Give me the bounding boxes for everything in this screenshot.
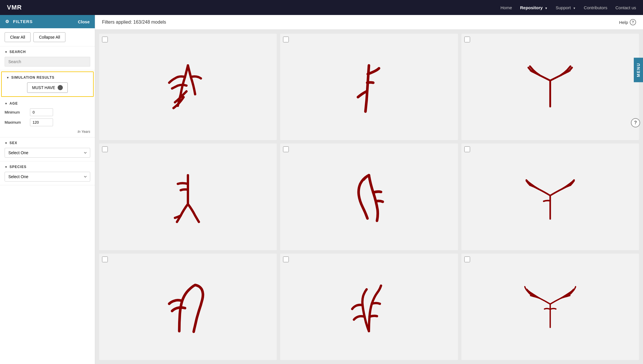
nav-support[interactable]: Support ▼ [556,5,576,10]
model-checkbox[interactable] [283,146,289,152]
sex-chevron: ▼ [5,142,8,145]
simulation-results-section: ▼ SIMULATION RESULTS MUST HAVE [1,71,94,97]
model-card [280,144,458,250]
nav-home[interactable]: Home [501,5,512,10]
search-section: ▼ SEARCH [0,46,95,70]
sidebar-header-left: ⚙ FILTERS [5,19,33,24]
age-unit: In Years [5,130,90,134]
species-select[interactable]: Select One Human Animal [5,172,90,182]
nav-contributors[interactable]: Contributors [584,5,608,10]
search-chevron: ▼ [5,50,8,54]
model-checkbox[interactable] [283,257,289,262]
search-input[interactable] [5,57,90,67]
main-container: ⚙ FILTERS Close Clear All Collapse All ▼… [0,15,643,364]
nav-links: Home Repository ▼ Support ▼ Contributors… [501,5,636,10]
support-dropdown-arrow: ▼ [573,7,576,10]
model-image [524,169,576,224]
sidebar-scroll: ▼ SEARCH ▼ SIMULATION RESULTS MUST HAVE [0,46,95,364]
help-right-button[interactable]: ? [631,118,640,127]
collapse-all-button[interactable]: Collapse All [33,32,65,42]
model-card [99,254,277,360]
navbar: VMR Home Repository ▼ Support ▼ Contribu… [0,0,643,15]
model-card [280,254,458,360]
models-grid [95,30,643,364]
simulation-results-title[interactable]: ▼ SIMULATION RESULTS [6,76,88,80]
model-image [162,60,214,114]
sex-label: SEX [10,141,17,145]
model-checkbox[interactable] [102,257,108,262]
age-min-input[interactable] [30,108,53,116]
model-card [461,144,639,250]
filter-icon: ⚙ [5,19,9,24]
species-chevron: ▼ [5,165,8,169]
simulation-label: SIMULATION RESULTS [11,76,54,80]
filter-count: Filters applied: 163/248 models [102,20,166,25]
sex-section-title[interactable]: ▼ SEX [5,141,90,145]
age-min-label: Minimum [5,110,28,114]
sidebar-actions: Clear All Collapse All [0,28,95,46]
age-section-title[interactable]: ▼ AGE [5,101,90,105]
age-max-input[interactable] [30,118,53,126]
model-checkbox[interactable] [464,257,470,262]
sidebar-header: ⚙ FILTERS Close [0,15,95,28]
age-chevron: ▼ [5,102,8,105]
content-header: Filters applied: 163/248 models Help ? [95,15,643,30]
model-image [343,169,395,224]
model-checkbox[interactable] [102,146,108,152]
must-have-toggle [58,85,63,90]
model-image [343,60,395,114]
nav-contact[interactable]: Contact us [615,5,636,10]
species-section-title[interactable]: ▼ SPECIES [5,165,90,169]
model-checkbox[interactable] [464,37,470,42]
must-have-label: MUST HAVE [32,85,55,90]
help-icon: ? [630,19,636,25]
content-area: Filters applied: 163/248 models Help ? [95,15,643,364]
model-card [461,254,639,360]
age-label: AGE [10,101,18,105]
species-section: ▼ SPECIES Select One Human Animal [0,161,95,185]
age-section: ▼ AGE Minimum Maximum In Years [0,98,95,137]
model-image [162,279,214,334]
nav-repository[interactable]: Repository ▼ [520,5,548,10]
help-label: Help [619,20,628,25]
menu-tab[interactable]: MENU [634,58,643,82]
age-grid: Minimum Maximum In Years [5,108,90,134]
must-have-button[interactable]: MUST HAVE [27,82,67,93]
sidebar-title: FILTERS [13,19,33,24]
model-checkbox[interactable] [464,146,470,152]
repository-dropdown-arrow: ▼ [545,7,548,10]
model-image [524,279,576,334]
simulation-chevron: ▼ [6,76,10,79]
model-image [162,169,214,224]
model-checkbox[interactable] [102,37,108,42]
clear-all-button[interactable]: Clear All [5,32,31,42]
sex-select[interactable]: Select One Male Female [5,148,90,158]
search-section-title[interactable]: ▼ SEARCH [5,50,90,54]
age-max-label: Maximum [5,120,28,125]
help-button[interactable]: Help ? [619,19,636,25]
sidebar: ⚙ FILTERS Close Clear All Collapse All ▼… [0,15,95,364]
model-image [524,60,576,114]
model-card [99,144,277,250]
model-checkbox[interactable] [283,37,289,42]
close-sidebar-button[interactable]: Close [78,19,90,24]
species-label: SPECIES [10,165,27,169]
model-card [280,34,458,140]
model-image [343,279,395,334]
sex-section: ▼ SEX Select One Male Female [0,137,95,161]
model-card [99,34,277,140]
model-card [461,34,639,140]
brand-logo: VMR [7,4,22,11]
search-label: SEARCH [10,50,26,54]
